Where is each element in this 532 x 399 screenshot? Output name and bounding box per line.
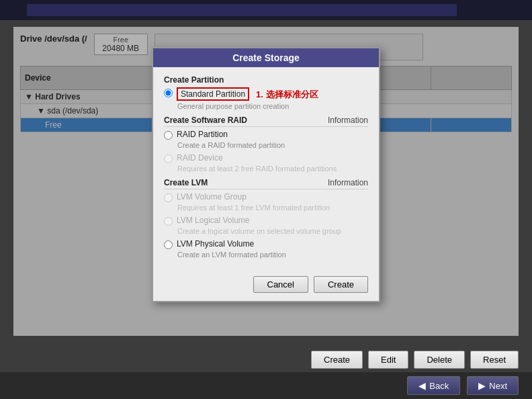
nav-bar: ◀ Back ▶ Next [0, 372, 532, 399]
radio-raid-partition-input[interactable] [164, 131, 173, 140]
radio-raid-device[interactable]: RAID Device [164, 153, 368, 163]
reset-toolbar-button[interactable]: Reset [470, 351, 519, 369]
radio-lvm-pv-input[interactable] [164, 240, 173, 249]
standard-partition-desc: General purpose partition creation [177, 102, 368, 110]
create-toolbar-button[interactable]: Create [311, 351, 363, 369]
radio-lvm-pv[interactable]: LVM Physical Volume [164, 239, 368, 249]
edit-toolbar-button[interactable]: Edit [368, 351, 408, 369]
modal-body: Create Partition Standard Partition 1. 选… [153, 67, 379, 271]
create-button[interactable]: Create [314, 276, 368, 293]
create-storage-modal: Create Storage Create Partition Standard… [152, 47, 380, 302]
next-label: Next [489, 381, 507, 391]
main-area: Drive /dev/sda (/ Free 20480 MB Device S… [13, 27, 519, 336]
top-bar [0, 0, 532, 20]
back-arrow-icon: ◀ [418, 380, 426, 391]
annotation-text: 1. 选择标准分区 [256, 89, 318, 101]
cancel-button[interactable]: Cancel [253, 276, 308, 293]
back-button[interactable]: ◀ Back [407, 376, 460, 395]
lvm-vg-desc: Requires at least 1 free LVM formated pa… [177, 204, 368, 212]
bottom-toolbar: Create Edit Delete Reset [13, 351, 519, 369]
next-button[interactable]: ▶ Next [467, 376, 519, 395]
radio-raid-device-input[interactable] [164, 154, 173, 163]
section-partition-label: Create Partition [164, 75, 368, 85]
radio-raid-partition[interactable]: RAID Partition [164, 130, 368, 140]
section-raid-divider: Create Software RAID Information [164, 116, 368, 127]
radio-standard-input[interactable] [164, 89, 173, 97]
raid-device-desc: Requires at least 2 free RAID formated p… [177, 165, 368, 173]
back-label: Back [429, 381, 449, 391]
radio-lvm-lv-input[interactable] [164, 217, 173, 226]
section-lvm-divider: Create LVM Information [164, 178, 368, 189]
raid-partition-desc: Create a RAID formated partition [177, 141, 368, 149]
radio-lvm-vg[interactable]: LVM Volume Group [164, 192, 368, 202]
top-bar-progress [27, 4, 457, 16]
radio-lvm-vg-input[interactable] [164, 193, 173, 202]
radio-standard-partition[interactable]: Standard Partition [164, 87, 249, 101]
delete-toolbar-button[interactable]: Delete [414, 351, 465, 369]
lvm-pv-desc: Create an LVM formated partition [177, 251, 368, 259]
next-arrow-icon: ▶ [478, 380, 486, 391]
lvm-lv-desc: Create a logical volume on selected volu… [177, 227, 368, 235]
radio-lvm-lv[interactable]: LVM Logical Volume [164, 216, 368, 226]
modal-footer: Cancel Create [153, 271, 379, 301]
modal-overlay: Create Storage Create Partition Standard… [13, 27, 519, 336]
modal-title-bar: Create Storage [153, 48, 379, 67]
